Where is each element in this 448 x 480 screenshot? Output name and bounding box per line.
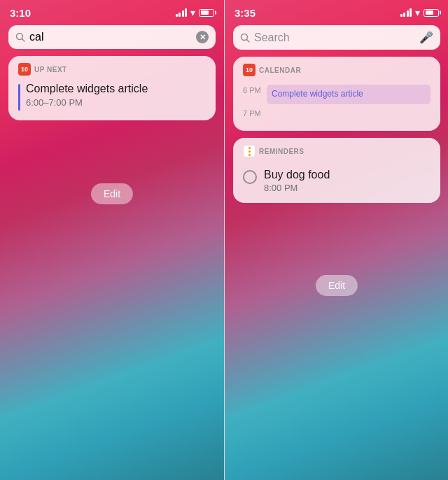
mic-icon[interactable]: 🎤: [419, 31, 433, 44]
up-next-widget: 10 UP NEXT Complete widgets article 6:00…: [8, 56, 216, 120]
left-status-icons: ▾: [176, 7, 215, 18]
signal-icon: [176, 8, 188, 17]
right-wifi-icon: ▾: [415, 7, 420, 18]
search-input-value[interactable]: cal: [29, 31, 192, 43]
wifi-icon: ▾: [190, 7, 195, 18]
calendar-header-label: CALENDAR: [259, 66, 301, 74]
left-widget-container: 10 UP NEXT Complete widgets article 6:00…: [0, 56, 224, 120]
right-status-bar: 3:35 ▾: [225, 0, 448, 22]
clear-icon: ✕: [200, 34, 206, 41]
right-time: 3:35: [234, 7, 255, 19]
right-phone-panel: 3:35 ▾ Search 🎤: [225, 0, 448, 480]
calendar-header-icon: 10: [243, 64, 255, 76]
event-time: 6:00–7:00 PM: [26, 97, 148, 108]
right-search-bar[interactable]: Search 🎤: [233, 25, 440, 50]
cal-event-block: Complete widgets article: [267, 85, 430, 104]
right-status-icons: ▾: [400, 7, 440, 18]
battery-icon: [199, 9, 214, 17]
right-search-icon: [240, 33, 250, 43]
reminders-widget: REMINDERS Buy dog food 8:00 PM: [233, 138, 440, 203]
right-edit-button[interactable]: Edit: [316, 275, 358, 296]
event-accent-bar: [18, 84, 20, 111]
cal-7pm-row: 7 PM: [243, 104, 430, 121]
widget-event: Complete widgets article 6:00–7:00 PM: [8, 80, 216, 120]
cal-6pm-label: 6 PM: [243, 85, 267, 94]
calendar-widget: 10 CALENDAR 6 PM Complete widgets articl…: [233, 57, 440, 131]
right-search-placeholder[interactable]: Search: [254, 31, 415, 44]
calendar-app-icon: 10: [18, 63, 31, 76]
event-details: Complete widgets article 6:00–7:00 PM: [26, 83, 148, 108]
cal-event-title: Complete widgets article: [272, 89, 363, 99]
right-battery-icon: [424, 9, 439, 17]
left-search-bar[interactable]: cal ✕: [8, 25, 216, 49]
right-widget-container: 10 CALENDAR 6 PM Complete widgets articl…: [225, 57, 448, 203]
right-signal-icon: [400, 8, 412, 17]
reminder-item: Buy dog food 8:00 PM: [233, 162, 440, 203]
search-clear-button[interactable]: ✕: [196, 31, 209, 43]
widget-header-label: UP NEXT: [34, 66, 67, 73]
cal-7pm-label: 7 PM: [243, 108, 267, 118]
calendar-time-grid: 6 PM Complete widgets article 7 PM: [233, 80, 440, 131]
left-search-container: cal ✕: [0, 22, 224, 56]
calendar-widget-header: 10 CALENDAR: [233, 57, 440, 80]
left-phone-panel: 3:10 ▾ cal ✕: [0, 0, 224, 480]
left-status-bar: 3:10 ▾: [0, 0, 224, 22]
reminder-circle-icon: [243, 170, 257, 184]
reminders-app-icon: [243, 145, 255, 157]
left-time: 3:10: [10, 7, 31, 19]
svg-line-3: [247, 39, 250, 42]
reminder-details: Buy dog food 8:00 PM: [264, 169, 330, 193]
widget-header: 10 UP NEXT: [8, 56, 216, 80]
cal-6pm-row: 6 PM Complete widgets article: [243, 85, 430, 104]
search-icon: [15, 32, 25, 42]
reminder-title: Buy dog food: [264, 169, 330, 181]
reminders-header-label: REMINDERS: [259, 148, 304, 155]
event-title: Complete widgets article: [26, 83, 148, 95]
svg-line-1: [22, 39, 25, 42]
reminders-header: REMINDERS: [233, 138, 440, 162]
reminder-time: 8:00 PM: [264, 183, 330, 193]
left-edit-button[interactable]: Edit: [91, 183, 133, 204]
right-search-container: Search 🎤: [225, 22, 448, 57]
